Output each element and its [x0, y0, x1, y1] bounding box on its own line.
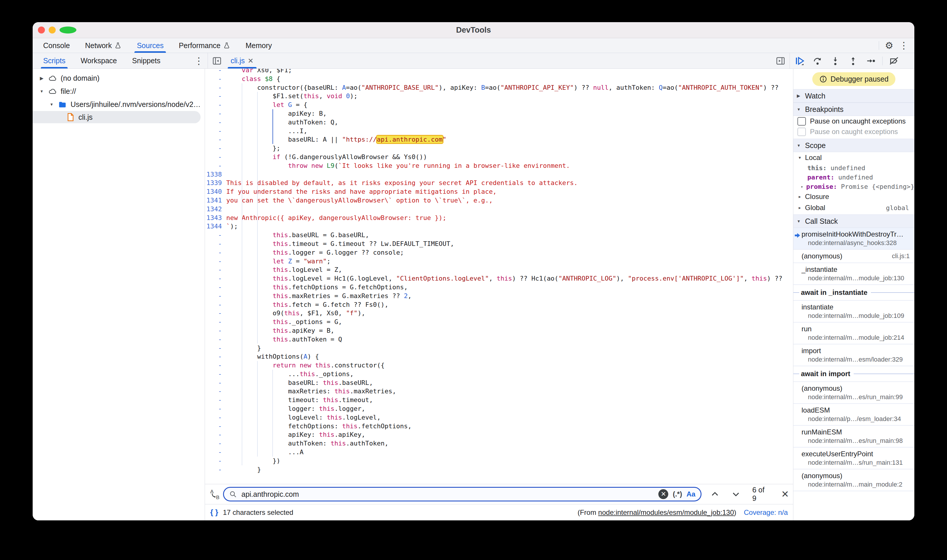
- step-out-button[interactable]: [847, 54, 859, 67]
- line-number-gutter[interactable]: 1344: [205, 222, 222, 231]
- line-number-gutter[interactable]: 1341: [205, 196, 222, 205]
- code-area[interactable]: - var Xs0, $F1;- class $8 {- constructor…: [205, 69, 793, 484]
- tree-item-clijs[interactable]: cli.js: [32, 111, 201, 123]
- call-stack-frame[interactable]: runMainESMnode:internal/m…es/run_main:98: [793, 426, 915, 448]
- call-stack-frame[interactable]: importnode:internal/m…esm/loader:329: [793, 345, 915, 366]
- tree-item-no-domain[interactable]: ▶ (no domain): [32, 72, 205, 85]
- scope-closure[interactable]: ▸ Closure: [793, 191, 915, 202]
- step-button[interactable]: [864, 54, 877, 67]
- tab-performance[interactable]: Performance: [173, 38, 236, 53]
- section-watch[interactable]: ▶ Watch: [793, 89, 915, 103]
- line-number-gutter[interactable]: -: [205, 118, 222, 127]
- call-stack-frame[interactable]: (anonymous)node:internal/m…main_module:2: [793, 469, 915, 491]
- line-number-gutter[interactable]: -: [205, 422, 222, 431]
- tab-memory[interactable]: Memory: [240, 38, 278, 53]
- line-number-gutter[interactable]: -: [205, 153, 222, 162]
- tree-item-folder[interactable]: ▼ Users/jinhuilee/.nvm/versions/node/v2…: [32, 98, 205, 111]
- line-number-gutter[interactable]: -: [205, 300, 222, 309]
- line-number-gutter[interactable]: -: [205, 265, 222, 274]
- line-number-gutter[interactable]: -: [205, 413, 222, 422]
- tab-sources[interactable]: Sources: [131, 38, 170, 53]
- line-number-gutter[interactable]: -: [205, 396, 222, 405]
- line-number-gutter[interactable]: -: [205, 135, 222, 144]
- call-stack-frame[interactable]: loadESMnode:internal/p…/esm_loader:34: [793, 404, 915, 426]
- line-number-gutter[interactable]: -: [205, 75, 222, 83]
- chevron-down-icon[interactable]: ▼: [49, 102, 54, 107]
- pause-caught-checkbox[interactable]: [797, 128, 806, 136]
- scope-local[interactable]: ▾ Local: [793, 152, 915, 163]
- line-number-gutter[interactable]: -: [205, 100, 222, 109]
- step-over-button[interactable]: [811, 54, 824, 67]
- line-number-gutter[interactable]: -: [205, 248, 222, 257]
- line-number-gutter[interactable]: 1339: [205, 178, 222, 187]
- line-number-gutter[interactable]: -: [205, 370, 222, 378]
- line-number-gutter[interactable]: -: [205, 352, 222, 361]
- search-input[interactable]: api.anthropic.com ✕ (.*) Aa: [223, 487, 702, 502]
- line-number-gutter[interactable]: -: [205, 457, 222, 465]
- step-into-button[interactable]: [829, 54, 842, 67]
- line-number-gutter[interactable]: -: [205, 344, 222, 352]
- line-number-gutter[interactable]: -: [205, 448, 222, 457]
- scope-var-this[interactable]: this: undefined: [793, 163, 915, 172]
- line-number-gutter[interactable]: 1342: [205, 205, 222, 214]
- line-number-gutter[interactable]: -: [205, 430, 222, 439]
- tab-snippets[interactable]: Snippets: [126, 53, 166, 68]
- call-stack-frame[interactable]: _instantiatenode:internal/m…module_job:1…: [793, 263, 915, 285]
- line-number-gutter[interactable]: 1343: [205, 214, 222, 222]
- tree-item-file-protocol[interactable]: ▼ file://: [32, 85, 205, 98]
- call-stack-frame[interactable]: promiseInitHookWithDestroyTr…node:intern…: [793, 228, 915, 250]
- line-number-gutter[interactable]: -: [205, 387, 222, 396]
- source-origin-link[interactable]: node:internal/modules/esm/module_job:130: [598, 508, 734, 516]
- line-number-gutter[interactable]: -: [205, 162, 222, 170]
- deactivate-breakpoints-button[interactable]: [887, 54, 900, 67]
- collapse-navigator-icon[interactable]: [212, 56, 222, 66]
- line-number-gutter[interactable]: -: [205, 231, 222, 240]
- line-number-gutter[interactable]: -: [205, 292, 222, 300]
- close-tab-icon[interactable]: ✕: [248, 57, 254, 65]
- navigator-kebab-icon[interactable]: ⋮: [194, 56, 208, 66]
- tab-console[interactable]: Console: [37, 38, 76, 53]
- line-number-gutter[interactable]: -: [205, 439, 222, 448]
- line-number-gutter[interactable]: 1340: [205, 187, 222, 196]
- section-call-stack[interactable]: ▼ Call Stack: [793, 214, 915, 228]
- coverage-link[interactable]: Coverage: n/a: [744, 508, 788, 517]
- line-number-gutter[interactable]: -: [205, 83, 222, 92]
- resume-button[interactable]: [793, 54, 806, 67]
- line-number-gutter[interactable]: -: [205, 240, 222, 248]
- line-number-gutter[interactable]: -: [205, 465, 222, 474]
- line-number-gutter[interactable]: -: [205, 283, 222, 292]
- clear-search-icon[interactable]: ✕: [659, 489, 668, 499]
- line-number-gutter[interactable]: -: [205, 318, 222, 326]
- pause-uncaught-checkbox[interactable]: [797, 117, 806, 126]
- tab-scripts[interactable]: Scripts: [37, 53, 71, 68]
- settings-gear-icon[interactable]: ⚙: [885, 41, 893, 50]
- call-stack-frame[interactable]: instantiatenode:internal/m…module_job:10…: [793, 301, 915, 323]
- line-number-gutter[interactable]: -: [205, 69, 222, 75]
- tab-workspace[interactable]: Workspace: [75, 53, 123, 68]
- line-number-gutter[interactable]: -: [205, 335, 222, 344]
- line-number-gutter[interactable]: -: [205, 127, 222, 135]
- editor-tab-clijs[interactable]: cli.js ✕: [226, 53, 258, 68]
- previous-match-icon[interactable]: [710, 489, 720, 499]
- scope-var-promise[interactable]: ▸ promise: Promise {<pending>}: [793, 182, 915, 191]
- line-number-gutter[interactable]: 1338: [205, 170, 222, 179]
- chevron-down-icon[interactable]: ▼: [39, 89, 44, 94]
- line-number-gutter[interactable]: -: [205, 405, 222, 413]
- section-breakpoints[interactable]: ▼ Breakpoints: [793, 103, 915, 116]
- call-stack-frame[interactable]: runnode:internal/m…module_job:214: [793, 323, 915, 345]
- line-number-gutter[interactable]: -: [205, 361, 222, 370]
- scope-global[interactable]: ▸ Global global: [793, 202, 915, 213]
- line-number-gutter[interactable]: -: [205, 274, 222, 283]
- line-number-gutter[interactable]: -: [205, 378, 222, 387]
- line-number-gutter[interactable]: -: [205, 309, 222, 318]
- call-stack-frame[interactable]: executeUserEntryPointnode:internal/m…s/r…: [793, 448, 915, 469]
- call-stack-frame[interactable]: (anonymous)cli.js:1: [793, 250, 915, 263]
- tab-network[interactable]: Network: [79, 38, 128, 53]
- match-case-toggle[interactable]: Aa: [686, 490, 696, 498]
- line-number-gutter[interactable]: -: [205, 92, 222, 100]
- close-find-icon[interactable]: ✕: [781, 489, 789, 499]
- line-number-gutter[interactable]: -: [205, 326, 222, 335]
- chevron-right-icon[interactable]: ▶: [39, 75, 44, 81]
- toggle-sidebar-icon[interactable]: [776, 56, 785, 66]
- line-number-gutter[interactable]: -: [205, 144, 222, 153]
